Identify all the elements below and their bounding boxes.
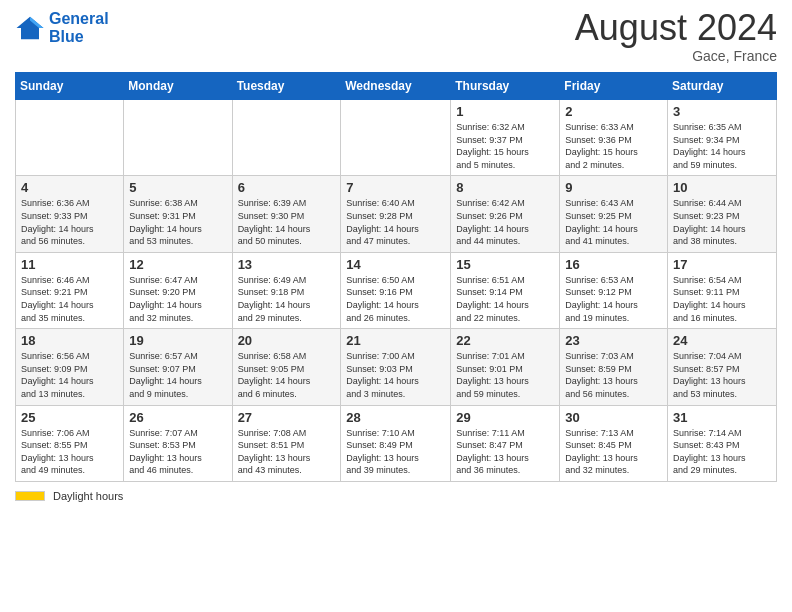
day-info: Sunrise: 7:10 AM Sunset: 8:49 PM Dayligh… bbox=[346, 427, 445, 477]
day-number: 1 bbox=[456, 104, 554, 119]
weekday-header-friday: Friday bbox=[560, 73, 668, 100]
day-number: 16 bbox=[565, 257, 662, 272]
day-number: 20 bbox=[238, 333, 336, 348]
calendar-cell: 15Sunrise: 6:51 AM Sunset: 9:14 PM Dayli… bbox=[451, 252, 560, 328]
day-number: 3 bbox=[673, 104, 771, 119]
daylight-label: Daylight hours bbox=[53, 490, 123, 502]
day-number: 14 bbox=[346, 257, 445, 272]
weekday-header-tuesday: Tuesday bbox=[232, 73, 341, 100]
day-info: Sunrise: 6:58 AM Sunset: 9:05 PM Dayligh… bbox=[238, 350, 336, 400]
calendar-cell bbox=[232, 100, 341, 176]
calendar-cell: 4Sunrise: 6:36 AM Sunset: 9:33 PM Daylig… bbox=[16, 176, 124, 252]
weekday-header-row: SundayMondayTuesdayWednesdayThursdayFrid… bbox=[16, 73, 777, 100]
day-number: 10 bbox=[673, 180, 771, 195]
calendar-cell: 31Sunrise: 7:14 AM Sunset: 8:43 PM Dayli… bbox=[668, 405, 777, 481]
daylight-bar-icon bbox=[15, 491, 45, 501]
calendar-cell: 13Sunrise: 6:49 AM Sunset: 9:18 PM Dayli… bbox=[232, 252, 341, 328]
weekday-header-monday: Monday bbox=[124, 73, 232, 100]
location: Gace, France bbox=[575, 48, 777, 64]
day-info: Sunrise: 6:32 AM Sunset: 9:37 PM Dayligh… bbox=[456, 121, 554, 171]
calendar-cell: 2Sunrise: 6:33 AM Sunset: 9:36 PM Daylig… bbox=[560, 100, 668, 176]
calendar-cell: 8Sunrise: 6:42 AM Sunset: 9:26 PM Daylig… bbox=[451, 176, 560, 252]
day-number: 28 bbox=[346, 410, 445, 425]
day-number: 30 bbox=[565, 410, 662, 425]
logo-line2: Blue bbox=[49, 28, 84, 45]
day-number: 25 bbox=[21, 410, 118, 425]
day-number: 27 bbox=[238, 410, 336, 425]
calendar-cell: 7Sunrise: 6:40 AM Sunset: 9:28 PM Daylig… bbox=[341, 176, 451, 252]
day-info: Sunrise: 6:35 AM Sunset: 9:34 PM Dayligh… bbox=[673, 121, 771, 171]
weekday-header-wednesday: Wednesday bbox=[341, 73, 451, 100]
logo-text: General Blue bbox=[49, 10, 109, 45]
week-row-3: 11Sunrise: 6:46 AM Sunset: 9:21 PM Dayli… bbox=[16, 252, 777, 328]
day-info: Sunrise: 7:14 AM Sunset: 8:43 PM Dayligh… bbox=[673, 427, 771, 477]
day-number: 17 bbox=[673, 257, 771, 272]
day-number: 5 bbox=[129, 180, 226, 195]
week-row-1: 1Sunrise: 6:32 AM Sunset: 9:37 PM Daylig… bbox=[16, 100, 777, 176]
footer: Daylight hours bbox=[15, 490, 777, 502]
calendar-cell: 29Sunrise: 7:11 AM Sunset: 8:47 PM Dayli… bbox=[451, 405, 560, 481]
day-number: 2 bbox=[565, 104, 662, 119]
day-info: Sunrise: 6:51 AM Sunset: 9:14 PM Dayligh… bbox=[456, 274, 554, 324]
day-info: Sunrise: 6:50 AM Sunset: 9:16 PM Dayligh… bbox=[346, 274, 445, 324]
calendar-cell: 17Sunrise: 6:54 AM Sunset: 9:11 PM Dayli… bbox=[668, 252, 777, 328]
calendar-cell: 20Sunrise: 6:58 AM Sunset: 9:05 PM Dayli… bbox=[232, 329, 341, 405]
day-info: Sunrise: 7:08 AM Sunset: 8:51 PM Dayligh… bbox=[238, 427, 336, 477]
week-row-5: 25Sunrise: 7:06 AM Sunset: 8:55 PM Dayli… bbox=[16, 405, 777, 481]
day-number: 23 bbox=[565, 333, 662, 348]
calendar-cell: 14Sunrise: 6:50 AM Sunset: 9:16 PM Dayli… bbox=[341, 252, 451, 328]
week-row-2: 4Sunrise: 6:36 AM Sunset: 9:33 PM Daylig… bbox=[16, 176, 777, 252]
calendar-cell: 12Sunrise: 6:47 AM Sunset: 9:20 PM Dayli… bbox=[124, 252, 232, 328]
calendar-cell: 11Sunrise: 6:46 AM Sunset: 9:21 PM Dayli… bbox=[16, 252, 124, 328]
day-number: 8 bbox=[456, 180, 554, 195]
weekday-header-saturday: Saturday bbox=[668, 73, 777, 100]
day-info: Sunrise: 7:01 AM Sunset: 9:01 PM Dayligh… bbox=[456, 350, 554, 400]
day-number: 6 bbox=[238, 180, 336, 195]
day-number: 4 bbox=[21, 180, 118, 195]
day-info: Sunrise: 6:44 AM Sunset: 9:23 PM Dayligh… bbox=[673, 197, 771, 247]
day-info: Sunrise: 6:47 AM Sunset: 9:20 PM Dayligh… bbox=[129, 274, 226, 324]
calendar-cell bbox=[124, 100, 232, 176]
header: General Blue August 2024 Gace, France bbox=[15, 10, 777, 64]
day-info: Sunrise: 7:11 AM Sunset: 8:47 PM Dayligh… bbox=[456, 427, 554, 477]
day-number: 11 bbox=[21, 257, 118, 272]
logo: General Blue bbox=[15, 10, 109, 45]
day-info: Sunrise: 7:04 AM Sunset: 8:57 PM Dayligh… bbox=[673, 350, 771, 400]
day-number: 21 bbox=[346, 333, 445, 348]
day-info: Sunrise: 7:07 AM Sunset: 8:53 PM Dayligh… bbox=[129, 427, 226, 477]
day-number: 26 bbox=[129, 410, 226, 425]
day-number: 12 bbox=[129, 257, 226, 272]
day-number: 31 bbox=[673, 410, 771, 425]
calendar-cell: 9Sunrise: 6:43 AM Sunset: 9:25 PM Daylig… bbox=[560, 176, 668, 252]
day-info: Sunrise: 7:00 AM Sunset: 9:03 PM Dayligh… bbox=[346, 350, 445, 400]
day-info: Sunrise: 6:36 AM Sunset: 9:33 PM Dayligh… bbox=[21, 197, 118, 247]
day-info: Sunrise: 6:46 AM Sunset: 9:21 PM Dayligh… bbox=[21, 274, 118, 324]
calendar-cell: 30Sunrise: 7:13 AM Sunset: 8:45 PM Dayli… bbox=[560, 405, 668, 481]
day-number: 18 bbox=[21, 333, 118, 348]
day-info: Sunrise: 6:33 AM Sunset: 9:36 PM Dayligh… bbox=[565, 121, 662, 171]
calendar-cell: 28Sunrise: 7:10 AM Sunset: 8:49 PM Dayli… bbox=[341, 405, 451, 481]
day-info: Sunrise: 6:57 AM Sunset: 9:07 PM Dayligh… bbox=[129, 350, 226, 400]
day-info: Sunrise: 7:03 AM Sunset: 8:59 PM Dayligh… bbox=[565, 350, 662, 400]
calendar-cell: 19Sunrise: 6:57 AM Sunset: 9:07 PM Dayli… bbox=[124, 329, 232, 405]
day-number: 29 bbox=[456, 410, 554, 425]
calendar-table: SundayMondayTuesdayWednesdayThursdayFrid… bbox=[15, 72, 777, 482]
calendar-cell: 10Sunrise: 6:44 AM Sunset: 9:23 PM Dayli… bbox=[668, 176, 777, 252]
day-info: Sunrise: 6:38 AM Sunset: 9:31 PM Dayligh… bbox=[129, 197, 226, 247]
week-row-4: 18Sunrise: 6:56 AM Sunset: 9:09 PM Dayli… bbox=[16, 329, 777, 405]
day-info: Sunrise: 6:42 AM Sunset: 9:26 PM Dayligh… bbox=[456, 197, 554, 247]
calendar-cell: 22Sunrise: 7:01 AM Sunset: 9:01 PM Dayli… bbox=[451, 329, 560, 405]
day-number: 19 bbox=[129, 333, 226, 348]
day-info: Sunrise: 7:13 AM Sunset: 8:45 PM Dayligh… bbox=[565, 427, 662, 477]
calendar-cell: 1Sunrise: 6:32 AM Sunset: 9:37 PM Daylig… bbox=[451, 100, 560, 176]
day-number: 22 bbox=[456, 333, 554, 348]
calendar-cell: 26Sunrise: 7:07 AM Sunset: 8:53 PM Dayli… bbox=[124, 405, 232, 481]
day-number: 9 bbox=[565, 180, 662, 195]
day-number: 7 bbox=[346, 180, 445, 195]
day-info: Sunrise: 6:49 AM Sunset: 9:18 PM Dayligh… bbox=[238, 274, 336, 324]
day-info: Sunrise: 6:43 AM Sunset: 9:25 PM Dayligh… bbox=[565, 197, 662, 247]
page: General Blue August 2024 Gace, France Su… bbox=[0, 0, 792, 612]
calendar-cell: 6Sunrise: 6:39 AM Sunset: 9:30 PM Daylig… bbox=[232, 176, 341, 252]
calendar-cell: 25Sunrise: 7:06 AM Sunset: 8:55 PM Dayli… bbox=[16, 405, 124, 481]
calendar-cell: 23Sunrise: 7:03 AM Sunset: 8:59 PM Dayli… bbox=[560, 329, 668, 405]
